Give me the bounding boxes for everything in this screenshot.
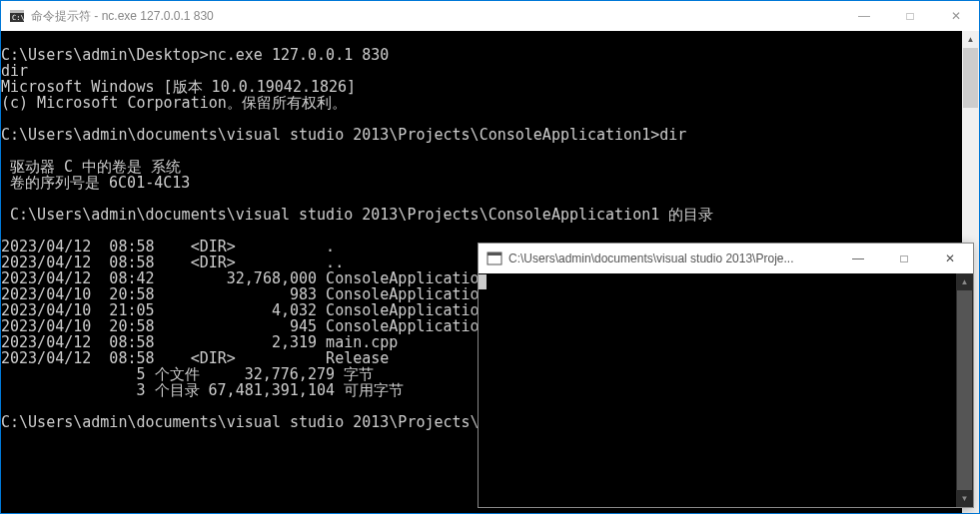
cmd-icon: C:\: [9, 8, 25, 24]
console-window: C:\Users\admin\documents\visual studio 2…: [478, 243, 974, 508]
scroll-track[interactable]: [956, 290, 973, 490]
cmd-titlebar[interactable]: C:\ 命令提示符 - nc.exe 127.0.0.1 830 — □ ✕: [1, 1, 979, 31]
maximize-button[interactable]: □: [881, 244, 927, 273]
scroll-up-arrow-icon[interactable]: ▲: [962, 31, 979, 48]
console-title: C:\Users\admin\documents\visual studio 2…: [508, 252, 835, 265]
console-terminal-output[interactable]: [479, 273, 973, 289]
svg-rect-4: [488, 253, 501, 256]
svg-text:C:\: C:\: [12, 14, 25, 22]
console-scrollbar[interactable]: ▲ ▼: [956, 273, 973, 507]
console-window-controls: — □ ✕: [835, 244, 973, 273]
cmd-title: 命令提示符 - nc.exe 127.0.0.1 830: [31, 8, 841, 25]
console-titlebar[interactable]: C:\Users\admin\documents\visual studio 2…: [479, 244, 973, 273]
minimize-button[interactable]: —: [841, 1, 887, 31]
scroll-thumb[interactable]: [957, 290, 972, 490]
minimize-button[interactable]: —: [835, 244, 881, 273]
console-icon: [487, 251, 502, 266]
console-client-area: ▲ ▼: [479, 273, 973, 507]
close-button[interactable]: ✕: [927, 244, 973, 273]
maximize-button[interactable]: □: [887, 1, 933, 31]
scroll-up-arrow-icon[interactable]: ▲: [956, 273, 973, 290]
text-cursor: [479, 274, 487, 289]
scroll-down-arrow-icon[interactable]: ▼: [956, 490, 973, 507]
close-button[interactable]: ✕: [933, 1, 979, 31]
cmd-window-controls: — □ ✕: [841, 1, 979, 31]
svg-rect-1: [10, 10, 24, 13]
scroll-thumb[interactable]: [963, 48, 978, 108]
